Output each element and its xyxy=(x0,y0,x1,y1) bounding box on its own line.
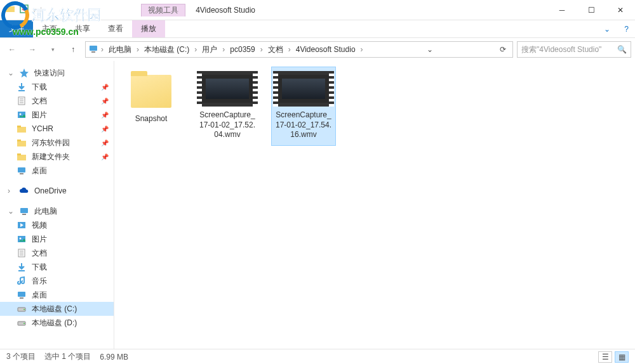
sidebar-item[interactable]: 桌面 xyxy=(0,164,114,178)
status-size: 6.99 MB xyxy=(100,353,128,361)
ribbon-expand-icon[interactable]: ⌄ xyxy=(596,25,618,34)
tab-file[interactable]: 文件 xyxy=(0,20,33,37)
history-dropdown-icon[interactable]: ▾ xyxy=(44,41,61,58)
chevron-right-icon[interactable]: › xyxy=(193,45,198,54)
file-item[interactable]: ScreenCapture_17-01-02_17.54.16.wmv xyxy=(272,67,335,145)
doc-icon xyxy=(17,248,27,258)
tab-view[interactable]: 查看 xyxy=(99,20,132,37)
navigation-sidebar: ⌄ 快速访问 下载📌文档📌图片📌YCHR📌河东软件园📌新建文件夹📌桌面 › On… xyxy=(0,61,114,349)
sidebar-quick-access[interactable]: ⌄ 快速访问 xyxy=(0,66,114,80)
monitor-icon xyxy=(17,290,27,300)
status-bar: 3 个项目 选中 1 个项目 6.99 MB ☰ ▦ xyxy=(0,349,635,364)
pin-icon: 📌 xyxy=(101,84,109,91)
chevron-right-icon[interactable]: › xyxy=(135,45,140,54)
search-icon: 🔍 xyxy=(617,45,627,54)
folder-icon xyxy=(17,138,27,148)
minimize-button[interactable]: ─ xyxy=(547,0,577,20)
img-icon xyxy=(17,234,27,244)
svg-rect-20 xyxy=(20,208,28,213)
chevron-right-icon[interactable]: › xyxy=(259,45,264,54)
sidebar-item[interactable]: 本地磁盘 (D:) xyxy=(0,316,114,330)
sidebar-item[interactable]: 下载📌 xyxy=(0,80,114,94)
view-icons-button[interactable]: ▦ xyxy=(615,351,629,363)
video-icon xyxy=(17,220,27,230)
refresh-icon[interactable]: ⟳ xyxy=(496,45,510,54)
breadcrumb-item: 本地磁盘 (C:) xyxy=(142,42,192,57)
sidebar-item-label: 本地磁盘 (D:) xyxy=(32,318,77,328)
pin-icon: 📌 xyxy=(101,112,109,119)
folder-icon xyxy=(5,4,15,16)
cloud-icon xyxy=(19,186,29,196)
sidebar-item-label: 下载 xyxy=(32,82,47,93)
chevron-down-icon: ⌄ xyxy=(8,68,14,77)
back-button[interactable]: ← xyxy=(4,41,20,58)
chevron-right-icon[interactable]: › xyxy=(221,45,226,54)
sidebar-item-label: OneDrive xyxy=(34,186,67,195)
sidebar-item[interactable]: 视频 xyxy=(0,218,114,232)
view-details-button[interactable]: ☰ xyxy=(598,351,612,363)
sidebar-item-label: 视频 xyxy=(32,220,47,231)
chevron-right-icon[interactable]: › xyxy=(287,45,292,54)
qat-dropdown-icon[interactable]: ▾ xyxy=(33,6,36,13)
breadcrumb-item: 4Videosoft Studio xyxy=(293,42,358,57)
folder-icon xyxy=(17,152,27,162)
tab-share[interactable]: 共享 xyxy=(66,20,99,37)
sidebar-item[interactable]: YCHR📌 xyxy=(0,122,114,136)
pin-icon: 📌 xyxy=(101,153,109,160)
doc-icon xyxy=(17,96,27,106)
chevron-down-icon: ⌄ xyxy=(8,207,14,216)
tab-play[interactable]: 播放 xyxy=(132,20,165,37)
sidebar-item[interactable]: 桌面 xyxy=(0,288,114,302)
svg-rect-29 xyxy=(18,270,25,271)
address-dropdown-icon[interactable]: ⌄ xyxy=(423,45,437,54)
sidebar-item[interactable]: 音乐 xyxy=(0,274,114,288)
close-button[interactable]: ✕ xyxy=(606,0,635,20)
file-item[interactable]: ScreenCapture_17-01-02_17.52.04.wmv xyxy=(196,67,259,145)
status-selection: 选中 1 个项目 xyxy=(44,351,91,362)
pin-icon: 📌 xyxy=(101,140,109,146)
svg-rect-13 xyxy=(17,126,21,127)
breadcrumb-item: 文档 xyxy=(265,42,286,57)
search-input[interactable]: 搜索"4Videosoft Studio" 🔍 xyxy=(517,41,631,58)
address-bar[interactable]: › 此电脑 › 本地磁盘 (C:) › 用户 › pc0359 › 文档 › 4… xyxy=(85,41,513,58)
pc-icon xyxy=(19,206,29,216)
sidebar-item[interactable]: 图片📌 xyxy=(0,108,114,122)
tab-home[interactable]: 主页 xyxy=(33,20,66,37)
context-tab-video[interactable]: 视频工具 xyxy=(141,4,185,16)
sidebar-item[interactable]: 本地磁盘 (C:) xyxy=(0,302,114,316)
sidebar-item[interactable]: 文档 xyxy=(0,246,114,260)
svg-rect-21 xyxy=(22,214,26,215)
titlebar: ▾ | 视频工具 4Videosoft Studio ─ ☐ ✕ xyxy=(0,0,635,20)
help-icon[interactable]: ? xyxy=(618,25,635,34)
breadcrumb-item: pc0359 xyxy=(227,42,257,57)
sidebar-item-label: 河东软件园 xyxy=(32,138,70,148)
file-list[interactable]: SnapshotScreenCapture_17-01-02_17.52.04.… xyxy=(114,61,635,349)
folder-icon xyxy=(17,124,27,134)
maximize-button[interactable]: ☐ xyxy=(577,0,606,20)
sidebar-item[interactable]: 下载 xyxy=(0,260,114,274)
file-name-label: ScreenCapture_17-01-02_17.52.04.wmv xyxy=(198,110,257,140)
svg-rect-15 xyxy=(17,140,21,141)
svg-rect-18 xyxy=(18,167,25,172)
up-button[interactable]: ↑ xyxy=(65,41,81,58)
sidebar-item[interactable]: 河东软件园📌 xyxy=(0,136,114,150)
window-title: 4Videosoft Studio xyxy=(196,6,255,15)
chevron-right-icon[interactable]: › xyxy=(100,45,105,54)
sidebar-item-label: 图片 xyxy=(32,234,47,245)
sidebar-onedrive[interactable]: › OneDrive xyxy=(0,184,114,198)
svg-rect-17 xyxy=(17,153,21,155)
svg-rect-14 xyxy=(17,141,26,146)
forward-button[interactable]: → xyxy=(24,41,41,58)
sidebar-item[interactable]: 图片 xyxy=(0,232,114,246)
drive-icon xyxy=(17,304,27,314)
chevron-right-icon[interactable]: › xyxy=(359,45,364,54)
properties-icon[interactable] xyxy=(19,4,29,16)
sidebar-this-pc[interactable]: ⌄ 此电脑 xyxy=(0,204,114,218)
sidebar-item-label: YCHR xyxy=(32,124,53,133)
sidebar-item-label: 音乐 xyxy=(32,276,47,287)
file-item[interactable]: Snapshot xyxy=(119,67,183,129)
svg-rect-5 xyxy=(18,90,25,91)
sidebar-item[interactable]: 新建文件夹📌 xyxy=(0,150,114,164)
sidebar-item[interactable]: 文档📌 xyxy=(0,94,114,108)
video-thumbnail xyxy=(202,71,253,107)
